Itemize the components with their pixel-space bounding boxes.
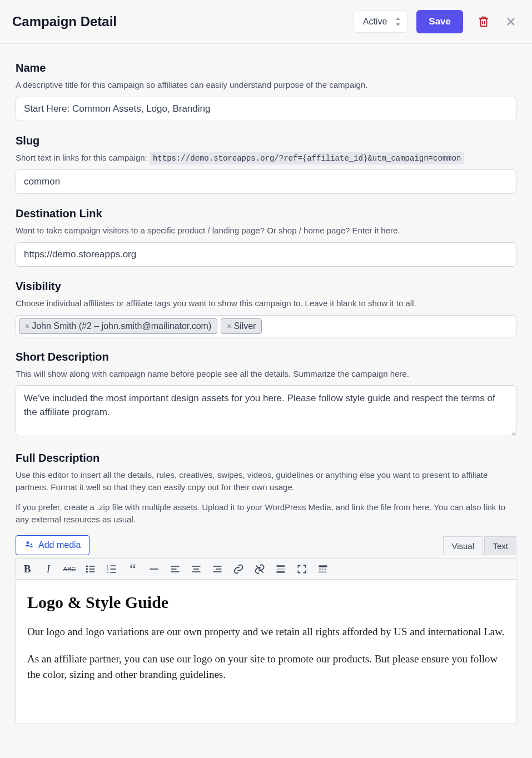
numbered-list-icon[interactable]: 123 — [105, 562, 118, 576]
svg-rect-7 — [111, 566, 116, 567]
shortdesc-label: Short Description — [16, 351, 516, 363]
svg-rect-24 — [277, 571, 285, 573]
svg-rect-17 — [193, 568, 199, 570]
svg-point-2 — [86, 568, 88, 570]
visibility-tag: × Silver — [221, 318, 262, 334]
header-bar: Campaign Detail Active Save — [0, 0, 532, 44]
svg-rect-9 — [111, 568, 116, 570]
tag-label: John Smith (#2 – john.smith@mailinator.c… — [32, 321, 211, 331]
visibility-taginput[interactable]: × John Smith (#2 – john.smith@mailinator… — [16, 315, 516, 337]
svg-rect-30 — [322, 571, 324, 573]
section-destination: Destination Link Want to take campaign v… — [16, 207, 516, 267]
svg-rect-26 — [319, 568, 321, 570]
content-heading: Logo & Style Guide — [27, 593, 505, 612]
bullet-list-icon[interactable] — [84, 562, 97, 576]
slug-help-text: Short text in links for this campaign: — [16, 153, 150, 162]
quote-icon[interactable]: “ — [126, 562, 140, 576]
align-center-icon[interactable] — [190, 562, 203, 576]
visibility-label: Visibility — [16, 280, 516, 293]
editor-toolbar: B I ABC 123 “ — [16, 558, 516, 580]
section-short-description: Short Description This will show along w… — [16, 351, 516, 439]
name-label: Name — [16, 62, 516, 74]
name-help: A descriptive title for this campaign so… — [16, 79, 516, 91]
shortdesc-help: This will show along with campaign name … — [16, 368, 516, 380]
svg-rect-5 — [90, 571, 95, 572]
shortdesc-input[interactable]: We've included the most important design… — [16, 385, 516, 436]
tag-remove-icon[interactable]: × — [227, 322, 231, 331]
section-name: Name A descriptive title for this campai… — [16, 62, 516, 121]
svg-rect-21 — [213, 571, 222, 572]
unlink-icon[interactable] — [253, 562, 266, 576]
svg-rect-22 — [277, 566, 285, 567]
name-input[interactable] — [16, 97, 516, 121]
add-media-button[interactable]: Add media — [16, 535, 90, 555]
readmore-icon[interactable] — [274, 562, 287, 576]
add-media-label: Add media — [38, 540, 81, 550]
close-icon — [504, 15, 518, 28]
fulldesc-help2: If you prefer, create a .zip file with m… — [16, 501, 516, 526]
svg-rect-11 — [111, 572, 116, 573]
slug-help: Short text in links for this campaign: h… — [16, 152, 516, 164]
section-slug: Slug Short text in links for this campai… — [16, 134, 516, 194]
strikethrough-icon[interactable]: ABC — [63, 562, 76, 576]
svg-rect-25 — [319, 566, 327, 567]
destination-label: Destination Link — [16, 207, 516, 220]
tab-visual[interactable]: Visual — [443, 536, 483, 555]
select-sort-icon — [395, 17, 401, 26]
bold-icon[interactable]: B — [21, 562, 34, 576]
svg-rect-15 — [171, 571, 180, 572]
content-paragraph: Our logo and logo variations are our own… — [27, 624, 505, 640]
svg-rect-3 — [90, 568, 95, 570]
visibility-tag: × John Smith (#2 – john.smith@mailinator… — [19, 318, 217, 334]
svg-rect-13 — [171, 566, 180, 567]
content-paragraph: As an affiliate partner, you can use our… — [27, 651, 505, 683]
tab-text[interactable]: Text — [484, 536, 516, 555]
svg-rect-1 — [90, 566, 95, 567]
svg-point-4 — [86, 571, 88, 573]
svg-text:3: 3 — [107, 570, 108, 574]
hr-icon[interactable] — [147, 562, 161, 576]
italic-icon[interactable]: I — [42, 562, 55, 576]
svg-rect-14 — [171, 568, 177, 570]
slug-input[interactable] — [16, 169, 516, 194]
section-full-description: Full Description Use this editor to inse… — [16, 452, 516, 724]
svg-rect-18 — [192, 571, 201, 572]
svg-rect-16 — [192, 566, 201, 567]
destination-input[interactable] — [16, 242, 516, 267]
svg-rect-31 — [325, 571, 326, 573]
visibility-help: Choose individual affiliates or affiliat… — [16, 297, 516, 310]
svg-rect-28 — [325, 568, 326, 570]
align-left-icon[interactable] — [168, 562, 182, 576]
svg-rect-29 — [319, 571, 321, 573]
svg-rect-27 — [322, 568, 324, 570]
trash-icon — [478, 16, 490, 28]
media-icon — [24, 540, 34, 550]
fulldesc-label: Full Description — [16, 452, 516, 465]
svg-rect-19 — [213, 566, 222, 567]
fulldesc-help1: Use this editor to insert all the detail… — [16, 469, 516, 493]
status-value: Active — [363, 17, 387, 27]
editor-content[interactable]: Logo & Style Guide Our logo and logo var… — [16, 580, 516, 724]
editor-tabs: Visual Text — [444, 536, 516, 555]
section-visibility: Visibility Choose individual affiliates … — [16, 280, 516, 337]
page-title: Campaign Detail — [12, 14, 354, 29]
save-button[interactable]: Save — [416, 10, 463, 33]
toolbar-toggle-icon[interactable] — [316, 562, 330, 576]
tag-remove-icon[interactable]: × — [25, 322, 29, 331]
tag-label: Silver — [233, 321, 256, 331]
svg-rect-20 — [216, 568, 222, 570]
status-dropdown[interactable]: Active — [354, 11, 408, 33]
link-icon[interactable] — [232, 562, 245, 576]
delete-button[interactable] — [475, 13, 502, 30]
svg-rect-23 — [277, 568, 285, 570]
destination-help: Want to take campaign visitors to a spec… — [16, 225, 516, 237]
close-button[interactable] — [502, 13, 520, 31]
slug-example-url: https://demo.storeapps.org/?ref={affilia… — [150, 152, 465, 164]
align-right-icon[interactable] — [211, 562, 224, 576]
fullscreen-icon[interactable] — [295, 562, 309, 576]
svg-point-0 — [86, 566, 88, 567]
svg-rect-12 — [150, 568, 158, 570]
slug-label: Slug — [16, 134, 516, 147]
